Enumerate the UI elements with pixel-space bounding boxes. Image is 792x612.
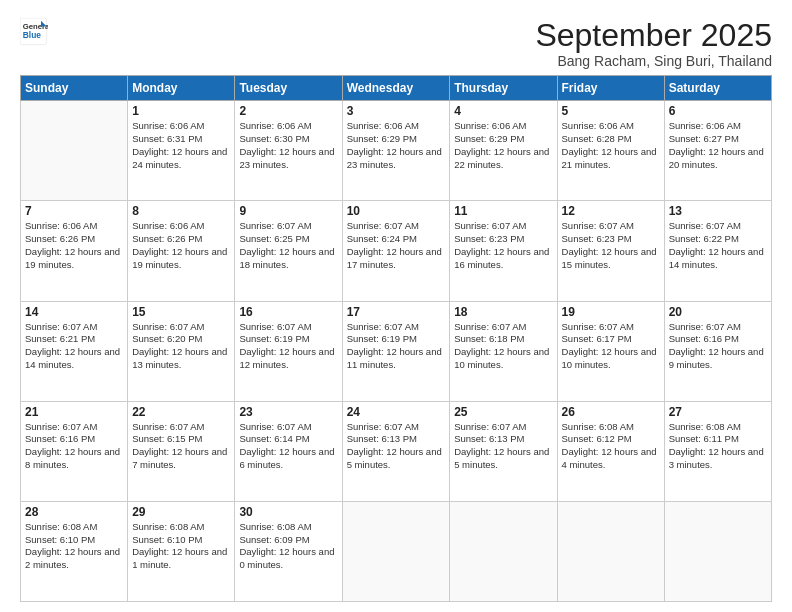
day-number: 30 <box>239 505 337 519</box>
calendar-cell: 13Sunrise: 6:07 AMSunset: 6:22 PMDayligh… <box>664 201 771 301</box>
weekday-sunday: Sunday <box>21 76 128 101</box>
calendar-cell: 27Sunrise: 6:08 AMSunset: 6:11 PMDayligh… <box>664 401 771 501</box>
day-number: 3 <box>347 104 446 118</box>
logo: General Blue <box>20 18 48 46</box>
day-info: Sunrise: 6:07 AMSunset: 6:18 PMDaylight:… <box>454 321 552 372</box>
day-number: 18 <box>454 305 552 319</box>
day-info: Sunrise: 6:06 AMSunset: 6:31 PMDaylight:… <box>132 120 230 171</box>
day-info: Sunrise: 6:07 AMSunset: 6:23 PMDaylight:… <box>454 220 552 271</box>
day-info: Sunrise: 6:07 AMSunset: 6:14 PMDaylight:… <box>239 421 337 472</box>
calendar-cell <box>664 501 771 601</box>
location-subtitle: Bang Racham, Sing Buri, Thailand <box>535 53 772 69</box>
day-number: 10 <box>347 204 446 218</box>
calendar-cell: 6Sunrise: 6:06 AMSunset: 6:27 PMDaylight… <box>664 101 771 201</box>
day-info: Sunrise: 6:08 AMSunset: 6:09 PMDaylight:… <box>239 521 337 572</box>
day-info: Sunrise: 6:07 AMSunset: 6:13 PMDaylight:… <box>454 421 552 472</box>
calendar-cell: 5Sunrise: 6:06 AMSunset: 6:28 PMDaylight… <box>557 101 664 201</box>
calendar: SundayMondayTuesdayWednesdayThursdayFrid… <box>20 75 772 602</box>
day-info: Sunrise: 6:07 AMSunset: 6:16 PMDaylight:… <box>25 421 123 472</box>
calendar-cell: 28Sunrise: 6:08 AMSunset: 6:10 PMDayligh… <box>21 501 128 601</box>
calendar-cell: 22Sunrise: 6:07 AMSunset: 6:15 PMDayligh… <box>128 401 235 501</box>
day-number: 27 <box>669 405 767 419</box>
calendar-cell: 23Sunrise: 6:07 AMSunset: 6:14 PMDayligh… <box>235 401 342 501</box>
week-row-4: 21Sunrise: 6:07 AMSunset: 6:16 PMDayligh… <box>21 401 772 501</box>
day-info: Sunrise: 6:08 AMSunset: 6:10 PMDaylight:… <box>132 521 230 572</box>
day-number: 13 <box>669 204 767 218</box>
calendar-cell: 19Sunrise: 6:07 AMSunset: 6:17 PMDayligh… <box>557 301 664 401</box>
month-title: September 2025 <box>535 18 772 53</box>
calendar-cell: 20Sunrise: 6:07 AMSunset: 6:16 PMDayligh… <box>664 301 771 401</box>
calendar-cell: 14Sunrise: 6:07 AMSunset: 6:21 PMDayligh… <box>21 301 128 401</box>
logo-icon: General Blue <box>20 18 48 46</box>
calendar-cell: 10Sunrise: 6:07 AMSunset: 6:24 PMDayligh… <box>342 201 450 301</box>
day-number: 8 <box>132 204 230 218</box>
calendar-cell: 7Sunrise: 6:06 AMSunset: 6:26 PMDaylight… <box>21 201 128 301</box>
day-info: Sunrise: 6:07 AMSunset: 6:20 PMDaylight:… <box>132 321 230 372</box>
week-row-3: 14Sunrise: 6:07 AMSunset: 6:21 PMDayligh… <box>21 301 772 401</box>
calendar-cell: 11Sunrise: 6:07 AMSunset: 6:23 PMDayligh… <box>450 201 557 301</box>
calendar-cell <box>450 501 557 601</box>
day-info: Sunrise: 6:07 AMSunset: 6:21 PMDaylight:… <box>25 321 123 372</box>
calendar-cell: 1Sunrise: 6:06 AMSunset: 6:31 PMDaylight… <box>128 101 235 201</box>
day-info: Sunrise: 6:07 AMSunset: 6:17 PMDaylight:… <box>562 321 660 372</box>
weekday-friday: Friday <box>557 76 664 101</box>
day-number: 5 <box>562 104 660 118</box>
calendar-cell: 17Sunrise: 6:07 AMSunset: 6:19 PMDayligh… <box>342 301 450 401</box>
calendar-cell: 24Sunrise: 6:07 AMSunset: 6:13 PMDayligh… <box>342 401 450 501</box>
day-info: Sunrise: 6:07 AMSunset: 6:19 PMDaylight:… <box>239 321 337 372</box>
day-number: 6 <box>669 104 767 118</box>
calendar-cell: 9Sunrise: 6:07 AMSunset: 6:25 PMDaylight… <box>235 201 342 301</box>
day-info: Sunrise: 6:07 AMSunset: 6:15 PMDaylight:… <box>132 421 230 472</box>
title-block: September 2025 Bang Racham, Sing Buri, T… <box>535 18 772 69</box>
day-info: Sunrise: 6:06 AMSunset: 6:27 PMDaylight:… <box>669 120 767 171</box>
calendar-cell: 3Sunrise: 6:06 AMSunset: 6:29 PMDaylight… <box>342 101 450 201</box>
calendar-cell: 12Sunrise: 6:07 AMSunset: 6:23 PMDayligh… <box>557 201 664 301</box>
day-info: Sunrise: 6:06 AMSunset: 6:29 PMDaylight:… <box>454 120 552 171</box>
weekday-tuesday: Tuesday <box>235 76 342 101</box>
day-number: 2 <box>239 104 337 118</box>
day-info: Sunrise: 6:07 AMSunset: 6:23 PMDaylight:… <box>562 220 660 271</box>
day-info: Sunrise: 6:06 AMSunset: 6:26 PMDaylight:… <box>25 220 123 271</box>
day-info: Sunrise: 6:06 AMSunset: 6:26 PMDaylight:… <box>132 220 230 271</box>
calendar-cell: 29Sunrise: 6:08 AMSunset: 6:10 PMDayligh… <box>128 501 235 601</box>
day-info: Sunrise: 6:06 AMSunset: 6:30 PMDaylight:… <box>239 120 337 171</box>
day-number: 21 <box>25 405 123 419</box>
day-number: 9 <box>239 204 337 218</box>
day-info: Sunrise: 6:07 AMSunset: 6:19 PMDaylight:… <box>347 321 446 372</box>
weekday-thursday: Thursday <box>450 76 557 101</box>
weekday-wednesday: Wednesday <box>342 76 450 101</box>
calendar-cell: 21Sunrise: 6:07 AMSunset: 6:16 PMDayligh… <box>21 401 128 501</box>
page: General Blue September 2025 Bang Racham,… <box>0 0 792 612</box>
calendar-cell: 16Sunrise: 6:07 AMSunset: 6:19 PMDayligh… <box>235 301 342 401</box>
day-number: 12 <box>562 204 660 218</box>
day-number: 1 <box>132 104 230 118</box>
day-info: Sunrise: 6:07 AMSunset: 6:24 PMDaylight:… <box>347 220 446 271</box>
calendar-cell: 2Sunrise: 6:06 AMSunset: 6:30 PMDaylight… <box>235 101 342 201</box>
day-number: 26 <box>562 405 660 419</box>
calendar-cell <box>342 501 450 601</box>
day-info: Sunrise: 6:06 AMSunset: 6:29 PMDaylight:… <box>347 120 446 171</box>
day-number: 28 <box>25 505 123 519</box>
calendar-cell: 18Sunrise: 6:07 AMSunset: 6:18 PMDayligh… <box>450 301 557 401</box>
week-row-1: 1Sunrise: 6:06 AMSunset: 6:31 PMDaylight… <box>21 101 772 201</box>
calendar-body: 1Sunrise: 6:06 AMSunset: 6:31 PMDaylight… <box>21 101 772 602</box>
week-row-2: 7Sunrise: 6:06 AMSunset: 6:26 PMDaylight… <box>21 201 772 301</box>
day-number: 16 <box>239 305 337 319</box>
day-number: 25 <box>454 405 552 419</box>
calendar-cell: 4Sunrise: 6:06 AMSunset: 6:29 PMDaylight… <box>450 101 557 201</box>
header: General Blue September 2025 Bang Racham,… <box>20 18 772 69</box>
day-info: Sunrise: 6:08 AMSunset: 6:10 PMDaylight:… <box>25 521 123 572</box>
day-number: 11 <box>454 204 552 218</box>
day-number: 24 <box>347 405 446 419</box>
calendar-cell <box>557 501 664 601</box>
day-number: 20 <box>669 305 767 319</box>
calendar-cell: 8Sunrise: 6:06 AMSunset: 6:26 PMDaylight… <box>128 201 235 301</box>
calendar-cell: 15Sunrise: 6:07 AMSunset: 6:20 PMDayligh… <box>128 301 235 401</box>
day-number: 15 <box>132 305 230 319</box>
day-info: Sunrise: 6:08 AMSunset: 6:11 PMDaylight:… <box>669 421 767 472</box>
day-info: Sunrise: 6:07 AMSunset: 6:22 PMDaylight:… <box>669 220 767 271</box>
calendar-cell: 30Sunrise: 6:08 AMSunset: 6:09 PMDayligh… <box>235 501 342 601</box>
calendar-cell: 25Sunrise: 6:07 AMSunset: 6:13 PMDayligh… <box>450 401 557 501</box>
svg-text:Blue: Blue <box>23 30 41 40</box>
weekday-header-row: SundayMondayTuesdayWednesdayThursdayFrid… <box>21 76 772 101</box>
